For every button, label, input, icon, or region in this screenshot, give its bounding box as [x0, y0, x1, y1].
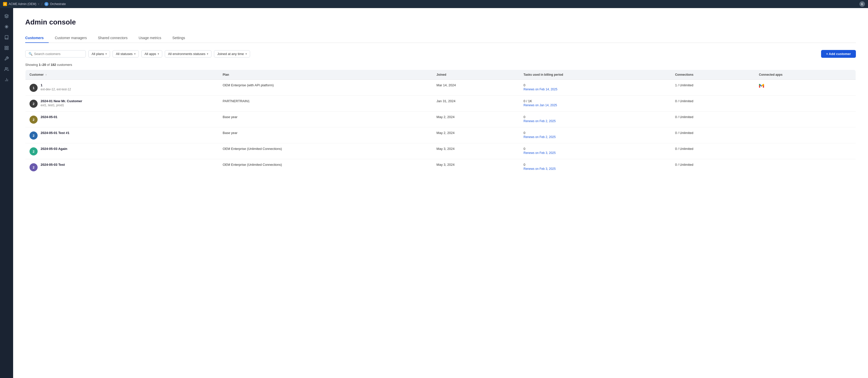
sort-icon-customer: ↑	[45, 73, 47, 76]
filter-plans[interactable]: All plans ▾	[88, 50, 110, 58]
customer-avatar: 2	[30, 163, 38, 171]
tasks-renew: Renews on Feb 14, 2025	[524, 88, 667, 91]
col-header-connected-apps: Connected apps	[755, 70, 856, 80]
cell-customer: 2 2024-01 New Mr. Customer ext1, test1, …	[26, 96, 219, 112]
customer-name: 2024-05-01	[41, 115, 58, 119]
cell-tasks: 0 / 1K Renews on Jan 14, 2025	[520, 96, 671, 112]
cell-plan: Base year	[219, 127, 433, 143]
svg-rect-7	[7, 49, 8, 50]
add-customer-button[interactable]: + Add customer	[821, 50, 856, 58]
topbar-chevron: ▾	[38, 2, 39, 6]
search-input[interactable]	[34, 52, 83, 56]
nav-icon-wrench[interactable]	[2, 54, 11, 63]
cell-plan: OEM Enterprise (Unlimited Connections)	[219, 143, 433, 159]
topbar-orchestrate[interactable]: O Orchestrate	[44, 2, 66, 6]
tasks-count: 0	[524, 115, 667, 119]
customer-name: 2024-05-01 Test #1	[41, 131, 69, 135]
cell-joined: May 3, 2024	[433, 159, 520, 175]
customer-name: 2024-01 New Mr. Customer	[41, 99, 82, 103]
cell-connections: 0 / Unlimited	[671, 112, 755, 127]
tasks-count: 0	[524, 83, 667, 87]
user-avatar[interactable]: E	[860, 1, 865, 7]
customers-table: Customer ↑ Plan Joined Tasks used in bil…	[25, 70, 856, 175]
tab-shared-connectors[interactable]: Shared connectors	[98, 33, 133, 43]
cell-customer: 2 2024-05-01	[26, 112, 219, 127]
table-row[interactable]: 2 2024-01 New Mr. Customer ext1, test1, …	[26, 96, 856, 112]
customer-name: 2024-05-03 Again	[41, 147, 67, 151]
tab-usage-metrics[interactable]: Usage metrics	[139, 33, 166, 43]
cell-connected-apps	[755, 159, 856, 175]
nav-icon-layers[interactable]	[2, 11, 11, 21]
tab-customers[interactable]: Customers	[25, 33, 49, 43]
nav-icon-snowflake[interactable]	[2, 22, 11, 31]
cell-plan: Base year	[219, 112, 433, 127]
tasks-renew: Renews on Jan 14, 2025	[524, 103, 667, 107]
customer-avatar: 2	[30, 131, 38, 139]
customer-envs: ext1, test1, prod1	[41, 103, 82, 107]
cell-customer: 2 2024-05-03 Test	[26, 159, 219, 175]
topbar-separator: /	[41, 2, 42, 6]
customer-name: 2024-05-03 Test	[41, 163, 65, 166]
cell-joined: May 3, 2024	[433, 143, 520, 159]
svg-marker-0	[5, 14, 8, 17]
customer-info: 2024-05-03 Again	[41, 147, 67, 151]
nav-icon-grid[interactable]	[2, 43, 11, 53]
customer-avatar: 2	[30, 147, 38, 155]
filter-env-statuses[interactable]: All environments statuses ▾	[165, 50, 212, 58]
filters-row: 🔍 All plans ▾ All statuses ▾ All apps ▾ …	[25, 50, 856, 58]
table-row[interactable]: 2 2024-05-03 Again OEM Enterprise (Unlim…	[26, 143, 856, 159]
app-name: ACME Admin (OEM)	[8, 2, 36, 6]
customer-info: 2024-05-03 Test	[41, 163, 65, 166]
connected-apps-cell	[759, 83, 851, 88]
cell-connected-apps	[755, 112, 856, 127]
customer-avatar: 2	[30, 100, 38, 108]
search-box[interactable]: 🔍	[25, 50, 86, 58]
joined-chevron-icon: ▾	[246, 53, 247, 55]
customer-info: 2024-05-01	[41, 115, 58, 119]
cell-connections: 0 / Unlimited	[671, 159, 755, 175]
tasks-renew: Renews on Feb 2, 2025	[524, 119, 667, 123]
env-statuses-chevron-icon: ▾	[207, 53, 208, 55]
tabs: Customers Customer managers Shared conne…	[25, 33, 856, 43]
cell-plan: PARTNERTRAIN1	[219, 96, 433, 112]
svg-rect-6	[7, 46, 8, 48]
cell-connected-apps	[755, 127, 856, 143]
topbar-app[interactable]: A ACME Admin (OEM) ▾	[3, 2, 39, 6]
gmail-icon	[759, 83, 764, 88]
nav-icon-chart[interactable]	[2, 75, 11, 84]
cell-joined: May 2, 2024	[433, 127, 520, 143]
cell-tasks: 0 Renews on Feb 3, 2025	[520, 143, 671, 159]
tasks-renew: Renews on Feb 3, 2025	[524, 151, 667, 155]
sidebar-nav	[0, 8, 13, 378]
cell-plan: OEM Enterprise (with API platform)	[219, 80, 433, 96]
topbar: A ACME Admin (OEM) ▾ / O Orchestrate E	[0, 0, 868, 8]
table-row[interactable]: 2 2024-05-03 Test OEM Enterprise (Unlimi…	[26, 159, 856, 175]
cell-tasks: 0 Renews on Feb 14, 2025	[520, 80, 671, 96]
svg-rect-8	[5, 49, 6, 50]
customer-avatar: 2	[30, 116, 38, 124]
svg-point-9	[5, 67, 7, 69]
showing-text: Showing 1–20 of 182 customers	[25, 63, 856, 67]
table-row[interactable]: 1 1 ext-dev-12, ext-test-12 OEM Enterpri…	[26, 80, 856, 96]
cell-plan: OEM Enterprise (Unlimited Connections)	[219, 159, 433, 175]
tab-settings[interactable]: Settings	[172, 33, 190, 43]
filter-joined[interactable]: Joined at any time ▾	[214, 50, 250, 58]
tab-customer-managers[interactable]: Customer managers	[55, 33, 92, 43]
table-row[interactable]: 2 2024-05-01 Base year May 2, 2024 0 Ren…	[26, 112, 856, 127]
table-header-row: Customer ↑ Plan Joined Tasks used in bil…	[26, 70, 856, 80]
col-header-customer[interactable]: Customer ↑	[26, 70, 219, 80]
nav-icon-person[interactable]	[2, 65, 11, 74]
table-row[interactable]: 2 2024-05-01 Test #1 Base year May 2, 20…	[26, 127, 856, 143]
page-title: Admin console	[25, 18, 856, 26]
tasks-count: 0	[524, 131, 667, 135]
cell-connected-apps	[755, 143, 856, 159]
cell-tasks: 0 Renews on Feb 2, 2025	[520, 127, 671, 143]
filter-statuses[interactable]: All statuses ▾	[113, 50, 138, 58]
cell-connected-apps	[755, 96, 856, 112]
tasks-renew: Renews on Feb 2, 2025	[524, 135, 667, 139]
nav-icon-book[interactable]	[2, 33, 11, 42]
customer-envs: ext-dev-12, ext-test-12	[41, 88, 71, 91]
filter-apps[interactable]: All apps ▾	[141, 50, 162, 58]
cell-customer: 2 2024-05-03 Again	[26, 143, 219, 159]
cell-customer: 1 1 ext-dev-12, ext-test-12	[26, 80, 219, 96]
